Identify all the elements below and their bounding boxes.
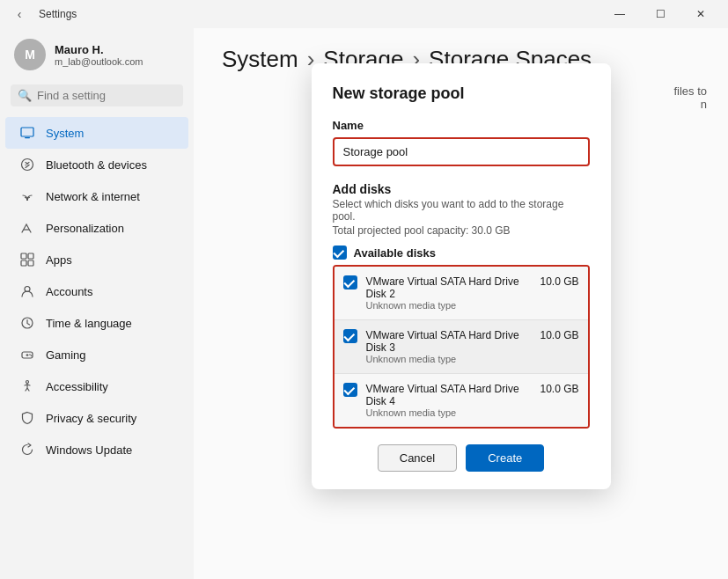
disk-1-name: VMware Virtual SATA Hard Drive [366, 275, 519, 288]
search-icon: 🔍 [18, 89, 32, 102]
sidebar-label-time: Time & language [46, 317, 132, 330]
disk-3-size: 10.0 GB [540, 383, 578, 395]
disk-item-1[interactable]: VMware Virtual SATA Hard Drive 10.0 GB D… [335, 267, 588, 320]
sidebar-label-privacy: Privacy & security [46, 412, 136, 425]
disk-2-media: Unknown media type [366, 354, 579, 364]
accounts-icon [19, 283, 35, 299]
titlebar-controls: — ☐ ✕ [599, 0, 721, 28]
disk-1-info: VMware Virtual SATA Hard Drive 10.0 GB D… [366, 275, 579, 311]
dialog-footer: Cancel Create [333, 444, 590, 472]
add-disks-capacity: Total projected pool capacity: 30.0 GB [333, 224, 590, 237]
titlebar-left: ‹ Settings [7, 2, 77, 26]
name-input[interactable] [333, 137, 590, 166]
personalization-icon [19, 220, 35, 236]
app-body: M Mauro H. m_lab@outlook.com 🔍 System Bl… [0, 28, 728, 579]
sidebar-item-bluetooth[interactable]: Bluetooth & devices [5, 149, 188, 180]
svg-rect-1 [25, 137, 30, 138]
apps-icon [19, 252, 35, 268]
close-button[interactable]: ✕ [680, 0, 721, 28]
sidebar-label-accounts: Accounts [46, 285, 92, 298]
svg-point-14 [29, 354, 31, 355]
disk-1-media: Unknown media type [366, 300, 579, 311]
profile-info: Mauro H. m_lab@outlook.com [55, 43, 143, 67]
privacy-icon [19, 410, 35, 426]
content-area: System › Storage › Storage Spaces files … [194, 28, 728, 579]
disk-3-checkbox[interactable] [343, 383, 357, 397]
cancel-button[interactable]: Cancel [378, 444, 457, 472]
dialog-title: New storage pool [333, 84, 590, 103]
disk-2-name-row: VMware Virtual SATA Hard Drive 10.0 GB [366, 329, 579, 341]
minimize-button[interactable]: — [599, 0, 640, 28]
sidebar: M Mauro H. m_lab@outlook.com 🔍 System Bl… [0, 28, 194, 579]
svg-rect-8 [28, 260, 33, 266]
svg-point-3 [26, 199, 28, 201]
add-disks-desc: Select which disks you want to add to th… [333, 198, 590, 223]
disk-2-checkbox[interactable] [343, 329, 357, 343]
available-header: Available disks [333, 246, 590, 260]
sidebar-item-privacy[interactable]: Privacy & security [5, 402, 188, 434]
disk-1-id: Disk 2 [366, 288, 579, 300]
name-label: Name [333, 119, 590, 132]
sidebar-item-update[interactable]: Windows Update [5, 434, 188, 465]
avatar: M [14, 39, 46, 70]
network-icon [19, 188, 35, 204]
disk-item-2[interactable]: VMware Virtual SATA Hard Drive 10.0 GB D… [335, 320, 588, 374]
available-label: Available disks [354, 246, 436, 260]
search-input[interactable] [37, 89, 185, 102]
time-icon [19, 315, 35, 331]
disks-container: VMware Virtual SATA Hard Drive 10.0 GB D… [333, 265, 590, 429]
sidebar-label-gaming: Gaming [46, 348, 86, 362]
sidebar-item-personalization[interactable]: Personalization [5, 212, 188, 244]
dialog-backdrop: New storage pool Name Add disks Select w… [194, 28, 728, 579]
sidebar-item-system[interactable]: System [5, 117, 188, 149]
profile-area[interactable]: M Mauro H. m_lab@outlook.com [0, 28, 194, 84]
disk-3-info: VMware Virtual SATA Hard Drive 10.0 GB D… [366, 383, 579, 418]
svg-point-15 [31, 355, 33, 356]
disk-item-3[interactable]: VMware Virtual SATA Hard Drive 10.0 GB D… [335, 374, 588, 427]
sidebar-label-bluetooth: Bluetooth & devices [46, 158, 147, 172]
disk-3-name-row: VMware Virtual SATA Hard Drive 10.0 GB [366, 383, 579, 395]
new-storage-pool-dialog: New storage pool Name Add disks Select w… [312, 63, 611, 489]
profile-name: Mauro H. [55, 43, 143, 56]
sidebar-item-accounts[interactable]: Accounts [5, 275, 188, 307]
sidebar-label-network: Network & internet [46, 190, 140, 203]
update-icon [19, 442, 35, 458]
profile-email: m_lab@outlook.com [55, 56, 143, 67]
disk-3-id: Disk 4 [366, 395, 579, 407]
sidebar-item-time[interactable]: Time & language [5, 307, 188, 339]
svg-point-2 [22, 159, 33, 171]
svg-rect-7 [21, 260, 26, 266]
sidebar-item-apps[interactable]: Apps [5, 244, 188, 275]
back-button[interactable]: ‹ [7, 2, 32, 26]
sidebar-label-accessibility: Accessibility [46, 380, 108, 393]
disk-3-name: VMware Virtual SATA Hard Drive [366, 383, 519, 395]
titlebar-title: Settings [39, 8, 77, 20]
sidebar-item-gaming[interactable]: Gaming [5, 339, 188, 370]
gaming-icon [19, 347, 35, 363]
sidebar-label-personalization: Personalization [46, 222, 124, 235]
sidebar-label-system: System [46, 127, 84, 140]
create-button[interactable]: Create [466, 444, 544, 472]
disk-2-size: 10.0 GB [540, 329, 578, 341]
svg-point-16 [26, 381, 29, 384]
sidebar-label-apps: Apps [46, 253, 72, 267]
sidebar-item-accessibility[interactable]: Accessibility [5, 370, 188, 402]
svg-rect-5 [21, 253, 26, 259]
sidebar-label-update: Windows Update [46, 443, 132, 457]
disk-3-media: Unknown media type [366, 407, 579, 418]
disk-1-name-row: VMware Virtual SATA Hard Drive 10.0 GB [366, 275, 579, 288]
disk-2-name: VMware Virtual SATA Hard Drive [366, 329, 519, 341]
accessibility-icon [19, 378, 35, 394]
svg-rect-6 [28, 253, 33, 259]
search-box[interactable]: 🔍 [11, 84, 183, 106]
maximize-button[interactable]: ☐ [640, 0, 680, 28]
disk-2-id: Disk 3 [366, 341, 579, 354]
svg-rect-0 [21, 128, 33, 136]
disk-1-checkbox[interactable] [343, 275, 357, 290]
disk-1-size: 10.0 GB [540, 275, 578, 288]
bluetooth-icon [19, 157, 35, 172]
system-icon [19, 125, 35, 141]
add-disks-title: Add disks [333, 182, 590, 196]
available-disks-checkbox[interactable] [333, 246, 347, 260]
sidebar-item-network[interactable]: Network & internet [5, 180, 188, 212]
